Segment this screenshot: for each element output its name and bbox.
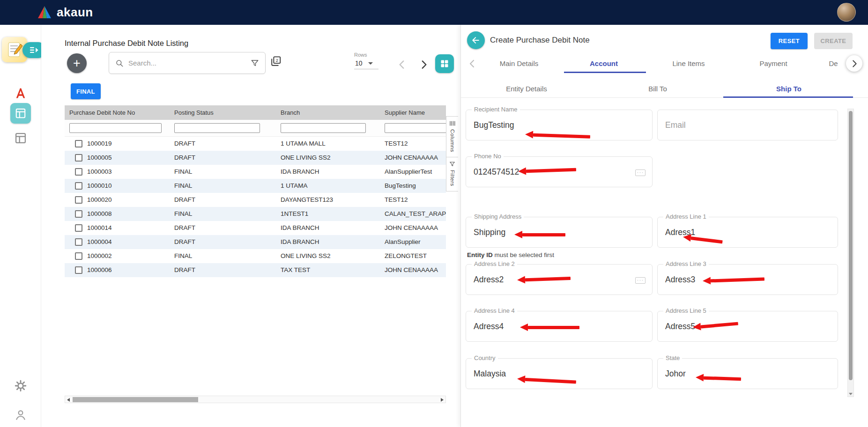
rows-per-page-select[interactable]: Rows 10 (354, 52, 387, 69)
column-bars-icon (449, 120, 455, 126)
column-filter-input[interactable] (174, 123, 260, 133)
cell: 1000002 (87, 249, 174, 263)
reset-button[interactable]: RESET (771, 33, 808, 49)
tab-delivery-truncated[interactable]: De (829, 54, 838, 73)
address-line-5-value: Adress5 (665, 311, 695, 341)
table-row[interactable]: 1000005DRAFTONE LIVING SS2JOHN CENAAAAA (65, 151, 446, 165)
columns-tab-label: Columns (450, 129, 455, 152)
column-header[interactable]: Supplier Name (385, 105, 446, 120)
checkbox-cell (65, 193, 87, 207)
row-checkbox[interactable] (75, 252, 82, 260)
add-record-button[interactable]: + (67, 53, 87, 73)
column-header[interactable]: Purchase Debit Note No (69, 105, 174, 120)
table-row[interactable]: 1000014DRAFTIDA BRANCHJOHN CENAAAAA (65, 221, 446, 235)
table-row[interactable]: 1000020DRAFTDAYANGTEST123TEST12 (65, 193, 446, 207)
table-row[interactable]: 1000004DRAFTIDA BRANCHAlanSupplier (65, 235, 446, 249)
sidebar-item-red-module[interactable] (14, 87, 27, 100)
create-button[interactable]: CREATE (814, 33, 853, 49)
row-checkbox[interactable] (75, 168, 82, 176)
table-row[interactable]: 1000006DRAFTTAX TESTJOHN CENAAAAA (65, 263, 446, 277)
checkbox-cell (65, 207, 87, 221)
caret-down-icon (368, 62, 373, 65)
columns-vertical-tab[interactable]: Columns (446, 116, 458, 157)
previous-page-button[interactable] (396, 59, 408, 73)
email-field[interactable]: Email (657, 110, 838, 140)
search-input[interactable] (128, 59, 251, 67)
table-filter-row (65, 120, 446, 137)
table-row[interactable]: 1000003FINALIDA BRANCHAlanSupplierTest (65, 165, 446, 179)
dual-pane-icon[interactable]: 2 (270, 56, 282, 69)
tabs-scroll-prev-button[interactable] (467, 58, 478, 71)
tab-account[interactable]: Account (590, 54, 618, 73)
horizontal-scrollbar-thumb[interactable] (73, 397, 198, 402)
row-checkbox[interactable] (75, 154, 82, 162)
column-header[interactable]: Posting Status (174, 105, 281, 120)
subtab-entity-details[interactable]: Entity Details (506, 80, 547, 98)
user-avatar[interactable] (837, 3, 856, 22)
cell: TEST12 (385, 193, 446, 207)
tab-line-items[interactable]: Line Items (672, 54, 705, 73)
vertical-scrollbar-thumb[interactable] (849, 111, 853, 380)
profile-button[interactable] (15, 409, 27, 421)
annotation-arrow-shipping-address (514, 231, 565, 238)
sidebar-item-table-module[interactable] (14, 132, 27, 145)
address-line-1-field[interactable]: Address Line 1 Adress1 (657, 217, 838, 248)
row-checkbox[interactable] (75, 238, 82, 246)
scroll-right-arrow-icon[interactable] (441, 398, 444, 402)
cell: 1NTEST1 (281, 207, 385, 221)
subtab-ship-to[interactable]: Ship To (776, 80, 801, 98)
state-field[interactable]: State Johor (657, 358, 838, 389)
chevron-right-icon (849, 59, 860, 69)
settings-button[interactable] (15, 380, 27, 392)
scroll-down-arrow-icon[interactable] (849, 393, 853, 395)
active-subtab-indicator (723, 96, 853, 98)
brand-logo[interactable]: akaun (37, 5, 93, 20)
column-header[interactable]: Branch (281, 105, 385, 120)
address-line-4-value: Adress4 (474, 311, 504, 341)
filter-funnel-icon[interactable] (251, 59, 259, 67)
view-switcher-button[interactable] (435, 54, 454, 73)
row-checkbox[interactable] (75, 140, 82, 147)
cell: 1000008 (87, 207, 174, 221)
person-icon (15, 409, 27, 421)
row-checkbox[interactable] (75, 210, 82, 218)
tab-payment[interactable]: Payment (759, 54, 787, 73)
tabs-scroll-next-button[interactable] (846, 55, 862, 72)
horizontal-scrollbar[interactable] (65, 396, 446, 403)
table-row[interactable]: 1000002FINALONE LIVING SS2ZELONGTEST (65, 249, 446, 263)
next-page-button[interactable] (418, 59, 430, 73)
column-filter-input[interactable] (281, 123, 366, 133)
status-filter-chip[interactable]: FINAL (71, 83, 101, 99)
scroll-left-arrow-icon[interactable] (67, 398, 70, 402)
column-filter-input[interactable] (69, 123, 162, 133)
filter-cell (69, 123, 174, 133)
cell: FINAL (174, 249, 281, 263)
address-line-5-field[interactable]: Address Line 5 Adress5 (657, 311, 838, 342)
cell: 1000010 (87, 179, 174, 193)
row-checkbox[interactable] (75, 224, 82, 232)
filters-vertical-tab[interactable]: Filters (446, 157, 458, 191)
sidebar-item-ledger-module-active[interactable] (10, 103, 31, 124)
cell: ONE LIVING SS2 (281, 249, 385, 263)
table-row[interactable]: 1000010FINAL1 UTAMABugTesting (65, 179, 446, 193)
subtab-bill-to[interactable]: Bill To (648, 80, 667, 98)
recipient-name-value: BugTesting (474, 110, 514, 140)
row-checkbox[interactable] (75, 196, 82, 204)
cell: JOHN CENAAAAA (385, 151, 446, 165)
chevron-left-icon (467, 58, 478, 69)
table-row[interactable]: 1000008FINAL1NTEST1CALAN_TEST_ARAP_2 (65, 207, 446, 221)
cell: DRAFT (174, 193, 281, 207)
row-checkbox[interactable] (75, 182, 82, 190)
listing-title: Internal Purchase Debit Note Listing (65, 39, 188, 48)
red-module-icon (14, 87, 27, 100)
address-line-2-value: Adress2 (474, 265, 504, 294)
table-row[interactable]: 1000019DRAFT1 UTAMA MALLTEST12 (65, 137, 446, 151)
vertical-scrollbar[interactable] (847, 109, 854, 397)
cell: JOHN CENAAAAA (385, 263, 446, 277)
cell: TEST12 (385, 137, 446, 151)
column-filter-input[interactable] (385, 123, 446, 133)
back-button[interactable] (467, 31, 485, 49)
tab-main-details[interactable]: Main Details (500, 54, 539, 73)
input-mask-icon: ··· (635, 169, 645, 176)
row-checkbox[interactable] (75, 266, 82, 274)
